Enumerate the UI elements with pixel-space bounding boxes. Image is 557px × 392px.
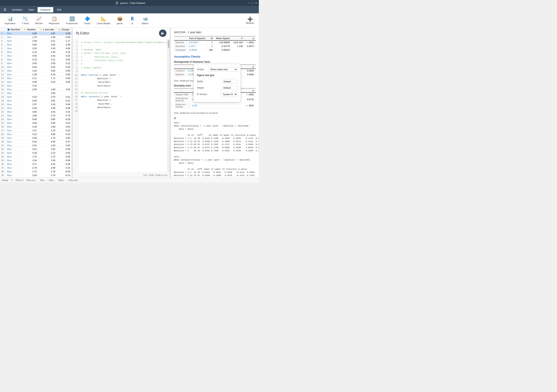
table-row[interactable]: 19Blue2.602.81-0.21 — [0, 99, 72, 103]
table-cell[interactable]: 0.05 — [57, 69, 72, 73]
table-cell[interactable]: 0.32 — [57, 65, 72, 69]
table-cell[interactable]: 1.93 — [38, 103, 57, 106]
table-cell[interactable]: 3.85 — [22, 110, 38, 114]
cell-blue-red[interactable]: Blue — [6, 162, 22, 166]
menu-data[interactable]: Data — [26, 7, 37, 12]
cell-blue-red[interactable]: Blue — [6, 136, 22, 140]
table-cell[interactable]: 0.20 — [57, 177, 72, 178]
cell-blue-red[interactable]: Blue — [6, 173, 22, 177]
table-row[interactable]: 27Blue1.671.150.52 — [0, 129, 72, 132]
table-row[interactable]: 16Blue2.451.900.55 — [0, 88, 72, 91]
table-cell[interactable]: 3.83 — [22, 43, 38, 47]
table-cell[interactable]: 3.79 — [38, 95, 57, 99]
table-cell[interactable]: 0.40 — [57, 76, 72, 80]
cell-blue-red[interactable]: Blue — [6, 95, 22, 99]
table-cell[interactable]: 3.09 — [22, 80, 38, 84]
table-cell[interactable] — [57, 84, 72, 88]
cell-blue-red[interactable]: Blue — [6, 132, 22, 136]
cell-blue-red[interactable]: Blue — [6, 35, 22, 39]
cell-blue-red[interactable]: Blue — [6, 177, 22, 178]
table-cell[interactable]: 0.31 — [57, 95, 72, 99]
table-cell[interactable]: 3.10 — [22, 69, 38, 73]
table-row[interactable]: 9Blue2.632.500.13 — [0, 62, 72, 65]
table-cell[interactable]: 2.63 — [22, 173, 38, 177]
height-input[interactable] — [222, 86, 238, 90]
table-cell[interactable]: -0.04 — [57, 170, 72, 173]
cell-blue-red[interactable]: Blue — [6, 88, 22, 91]
table-row[interactable]: 23Blue3.492.760.73 — [0, 114, 72, 117]
table-cell[interactable]: 2.99 — [38, 91, 57, 95]
width-input[interactable] — [222, 80, 238, 83]
table-cell[interactable]: 3.25 — [22, 47, 38, 50]
cell-blue-red[interactable]: Blue — [6, 125, 22, 129]
run-button[interactable]: ▶ — [159, 30, 166, 37]
table-cell[interactable]: 0.48 — [57, 35, 72, 39]
table-cell[interactable]: 0.54 — [57, 125, 72, 129]
table-cell[interactable] — [22, 91, 38, 95]
table-cell[interactable]: 2.11 — [22, 76, 38, 80]
table-cell[interactable]: 2.58 — [38, 106, 57, 110]
r-version-select[interactable]: System RCustom — [221, 92, 238, 97]
table-cell[interactable]: -0.13 — [57, 173, 72, 177]
col-header-baseline[interactable]: 📏 Baseline — [22, 27, 38, 32]
table-cell[interactable]: 3.45 — [38, 43, 57, 47]
titlebar-menu[interactable]: ☰ — [114, 0, 120, 6]
table-cell[interactable]: 3.19 — [38, 47, 57, 50]
table-cell[interactable]: 2.31 — [22, 144, 38, 147]
table-row[interactable]: 15Blue3.10 — [0, 84, 72, 88]
table-cell[interactable]: 3.22 — [38, 162, 57, 166]
delete-item[interactable]: Dele... — [49, 179, 55, 181]
table-cell[interactable]: 1.54 — [22, 159, 38, 162]
output-select[interactable]: Show output onlyShow code and outputShow… — [208, 67, 238, 72]
table-cell[interactable]: 1.67 — [22, 129, 38, 132]
table-cell[interactable] — [38, 84, 57, 88]
table-cell[interactable]: 5.64 — [22, 65, 38, 69]
table-cell[interactable]: 2.95 — [22, 32, 38, 35]
table-row[interactable]: 25Blue3.633.390.24 — [0, 121, 72, 125]
maximize-button[interactable]: □ — [252, 1, 253, 5]
cell-blue-red[interactable]: Blue — [6, 103, 22, 106]
cell-blue-red[interactable]: Blue — [6, 140, 22, 144]
table-cell[interactable]: 5.65 — [22, 117, 38, 121]
menu-edit[interactable]: Edit — [54, 7, 64, 12]
table-row[interactable]: 20Blue1.971.930.04 — [0, 103, 72, 106]
cell-blue-red[interactable]: Blue — [6, 58, 22, 62]
table-cell[interactable]: 1.72 — [22, 170, 38, 173]
table-cell[interactable]: 5.32 — [38, 65, 57, 69]
editor-scrollbar[interactable] — [167, 39, 170, 172]
table-cell[interactable]: 0.00 — [57, 159, 72, 162]
table-cell[interactable]: 0.38 — [57, 43, 72, 47]
table-row[interactable]: 24Blue5.655.85-0.20 — [0, 117, 72, 121]
table-cell[interactable]: 2.29 — [38, 144, 57, 147]
cell-blue-red[interactable]: Blue — [6, 114, 22, 117]
close-button[interactable]: ✕ — [255, 1, 257, 5]
cell-blue-red[interactable]: Blue — [6, 80, 22, 84]
cell-blue-red[interactable]: Blue — [6, 43, 22, 47]
cell-blue-red[interactable]: Blue — [6, 147, 22, 151]
table-cell[interactable]: 5.85 — [38, 117, 57, 121]
table-cell[interactable]: 0.24 — [57, 121, 72, 125]
cell-blue-red[interactable]: Blue — [6, 106, 22, 110]
filter-item[interactable]: Filte... — [40, 179, 46, 181]
output-panel[interactable]: ANCOVA - 1 year later Sum of Squares df … — [171, 27, 259, 178]
table-cell[interactable]: 4.00 — [38, 132, 57, 136]
menu-variables[interactable]: Variables — [9, 7, 25, 12]
table-row[interactable]: 36Blue3.713.220.49 — [0, 162, 72, 166]
table-cell[interactable]: 1.76 — [22, 155, 38, 159]
table-cell[interactable]: 3.11 — [38, 58, 57, 62]
table-cell[interactable]: 0.13 — [57, 62, 72, 65]
table-cell[interactable]: 3.14 — [38, 151, 57, 155]
cell-blue-red[interactable]: Blue — [6, 47, 22, 50]
table-cell[interactable]: 3.71 — [22, 162, 38, 166]
table-cell[interactable]: 0.46 — [57, 80, 72, 84]
cell-blue-red[interactable]: Blue — [6, 151, 22, 155]
table-cell[interactable]: 0.15 — [57, 166, 72, 170]
table-cell[interactable]: 0.59 — [57, 147, 72, 151]
table-cell[interactable]: 2.34 — [22, 125, 38, 129]
table-cell[interactable]: 0.04 — [57, 103, 72, 106]
table-cell[interactable]: 2.63 — [38, 80, 57, 84]
table-cell[interactable]: 3.13 — [22, 58, 38, 62]
table-cell[interactable]: 1.71 — [38, 76, 57, 80]
table-cell[interactable]: 4.22 — [22, 132, 38, 136]
table-cell[interactable]: 4.52 — [22, 140, 38, 144]
